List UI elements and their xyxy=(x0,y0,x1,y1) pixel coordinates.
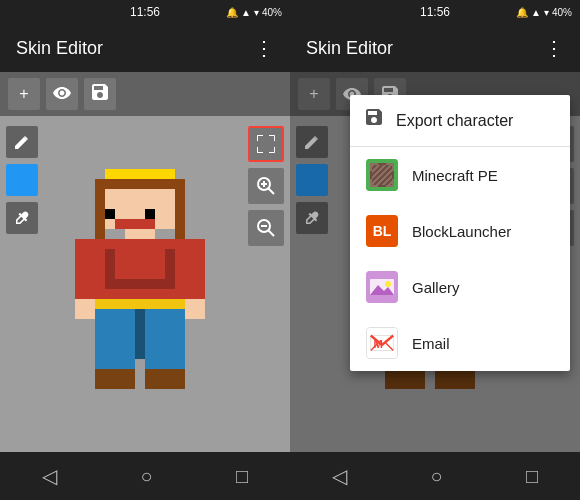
minecraft-pe-label: Minecraft PE xyxy=(412,167,498,184)
svg-rect-12 xyxy=(115,279,165,289)
svg-rect-22 xyxy=(75,299,95,319)
battery-left: 40% xyxy=(262,7,282,18)
save-button[interactable] xyxy=(84,78,116,110)
right-panel: 11:56 🔔 ▲ ▾ 40% Skin Editor ⋮ + xyxy=(290,0,580,500)
svg-rect-11 xyxy=(165,249,175,289)
gallery-label: Gallery xyxy=(412,279,460,296)
time-left: 11:56 xyxy=(130,5,160,19)
svg-rect-7 xyxy=(175,189,185,239)
export-header-text: Export character xyxy=(396,112,513,130)
status-bar-left: 11:56 🔔 ▲ ▾ 40% xyxy=(0,0,290,24)
export-header-icon xyxy=(366,109,384,132)
minecraft-pe-item[interactable]: Minecraft PE xyxy=(350,147,570,203)
svg-rect-21 xyxy=(185,239,205,299)
svg-rect-1 xyxy=(95,179,185,189)
email-icon: M xyxy=(366,327,398,359)
signal-icon: ▲ xyxy=(241,7,251,18)
eyedropper-button[interactable] xyxy=(6,202,38,234)
eye-button[interactable] xyxy=(46,78,78,110)
back-button-right[interactable]: ◁ xyxy=(316,456,363,496)
zoom-out-button[interactable] xyxy=(248,210,284,246)
app-title-left: Skin Editor xyxy=(16,38,254,59)
wifi-icon: ▾ xyxy=(254,7,259,18)
svg-text:M: M xyxy=(374,338,383,350)
fullscreen-button[interactable] xyxy=(248,126,284,162)
svg-rect-18 xyxy=(95,369,135,389)
left-tools xyxy=(6,126,38,234)
color-swatch-right[interactable] xyxy=(296,164,328,196)
svg-rect-67 xyxy=(378,171,386,179)
toolbar-left: + xyxy=(0,72,290,116)
gallery-item[interactable]: Gallery xyxy=(350,259,570,315)
svg-line-25 xyxy=(269,189,275,195)
nav-bar-left: ◁ ○ □ xyxy=(0,452,290,500)
app-title-right: Skin Editor xyxy=(306,38,544,59)
svg-text:BL: BL xyxy=(373,223,392,239)
svg-rect-4 xyxy=(145,209,155,219)
add-button[interactable]: + xyxy=(8,78,40,110)
svg-rect-6 xyxy=(95,189,105,239)
blocklauncher-item[interactable]: BL BlockLauncher xyxy=(350,203,570,259)
email-item[interactable]: M Email xyxy=(350,315,570,371)
svg-rect-13 xyxy=(95,299,185,309)
svg-line-29 xyxy=(269,231,275,237)
notification-icon-right: 🔔 xyxy=(516,7,528,18)
svg-rect-64 xyxy=(378,163,386,171)
left-tools-right xyxy=(296,126,328,234)
pencil-button[interactable] xyxy=(6,126,38,158)
svg-rect-49 xyxy=(385,369,425,389)
svg-rect-68 xyxy=(386,171,394,179)
svg-rect-20 xyxy=(75,239,95,299)
pencil-button-right[interactable] xyxy=(296,126,328,158)
svg-rect-5 xyxy=(115,219,155,229)
export-dropdown: Export character Minecraft PE xyxy=(350,95,570,371)
home-button-right[interactable]: ○ xyxy=(414,457,458,496)
home-button-left[interactable]: ○ xyxy=(124,457,168,496)
color-swatch[interactable] xyxy=(6,164,38,196)
menu-icon-right[interactable]: ⋮ xyxy=(544,36,564,60)
zoom-in-button[interactable] xyxy=(248,168,284,204)
svg-rect-15 xyxy=(135,309,145,359)
add-button-right[interactable]: + xyxy=(298,78,330,110)
svg-rect-10 xyxy=(105,249,115,289)
notification-icon: 🔔 xyxy=(226,7,238,18)
app-bar-right: Skin Editor ⋮ xyxy=(290,24,580,72)
svg-rect-19 xyxy=(145,369,185,389)
signal-icon-right: ▲ xyxy=(531,7,541,18)
svg-rect-8 xyxy=(125,229,155,239)
svg-rect-23 xyxy=(185,299,205,319)
svg-rect-69 xyxy=(370,179,378,187)
side-tools xyxy=(248,126,284,246)
status-icons-left: 🔔 ▲ ▾ 40% xyxy=(226,7,282,18)
gallery-icon xyxy=(366,271,398,303)
app-bar-left: Skin Editor ⋮ xyxy=(0,24,290,72)
back-button-left[interactable]: ◁ xyxy=(26,456,73,496)
nav-bar-right: ◁ ○ □ xyxy=(290,452,580,500)
status-icons-right: 🔔 ▲ ▾ 40% xyxy=(516,7,572,18)
svg-rect-3 xyxy=(105,209,115,219)
menu-icon-left[interactable]: ⋮ xyxy=(254,36,274,60)
recent-button-left[interactable]: □ xyxy=(220,457,264,496)
svg-rect-50 xyxy=(435,369,475,389)
blocklauncher-label: BlockLauncher xyxy=(412,223,511,240)
eyedropper-button-right[interactable] xyxy=(296,202,328,234)
blocklauncher-icon: BL xyxy=(366,215,398,247)
left-panel: 11:56 🔔 ▲ ▾ 40% Skin Editor ⋮ + xyxy=(0,0,290,500)
svg-rect-66 xyxy=(370,171,378,179)
status-bar-right: 11:56 🔔 ▲ ▾ 40% xyxy=(290,0,580,24)
svg-rect-63 xyxy=(370,163,378,171)
svg-rect-71 xyxy=(386,179,394,187)
svg-point-77 xyxy=(385,281,391,287)
canvas-area-left xyxy=(0,116,290,452)
dropdown-header: Export character xyxy=(350,95,570,147)
wifi-icon-right: ▾ xyxy=(544,7,549,18)
svg-rect-70 xyxy=(378,179,386,187)
character-sprite xyxy=(75,169,215,399)
minecraft-pe-icon xyxy=(366,159,398,191)
email-label: Email xyxy=(412,335,450,352)
svg-rect-65 xyxy=(386,163,394,171)
svg-rect-0 xyxy=(105,169,175,179)
battery-right: 40% xyxy=(552,7,572,18)
time-right: 11:56 xyxy=(420,5,450,19)
recent-button-right[interactable]: □ xyxy=(510,457,554,496)
